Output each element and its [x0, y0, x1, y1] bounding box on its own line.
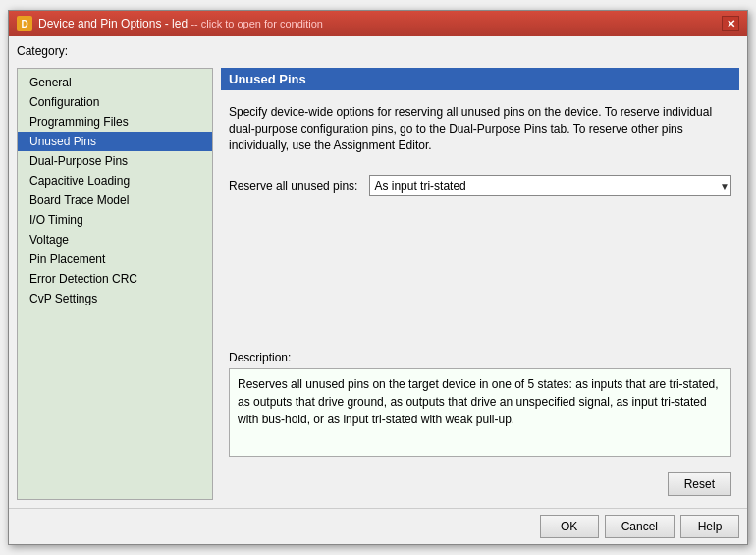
reserve-label: Reserve all unused pins:	[229, 179, 357, 193]
sidebar-item-capacitive-loading[interactable]: Capacitive Loading	[18, 171, 212, 191]
close-button[interactable]: ✕	[722, 16, 739, 31]
cancel-button[interactable]: Cancel	[605, 515, 675, 538]
sidebar-item-configuration[interactable]: Configuration	[18, 92, 212, 112]
bottom-bar: OK Cancel Help	[9, 508, 747, 544]
content-area: General Configuration Programming Files …	[17, 68, 739, 500]
sidebar-item-voltage[interactable]: Voltage	[18, 230, 212, 250]
title-bar: D Device and Pin Options - led -- click …	[9, 11, 747, 36]
sidebar-item-pin-placement[interactable]: Pin Placement	[18, 250, 212, 269]
desc-label: Description:	[229, 351, 731, 364]
app-icon: D	[17, 16, 32, 31]
desc-section: Description: Reserves all unused pins on…	[221, 347, 739, 461]
help-button[interactable]: Help	[680, 515, 739, 538]
reserve-select[interactable]: As input tri-stated As output driving gr…	[369, 175, 731, 196]
sidebar-item-io-timing[interactable]: I/O Timing	[18, 210, 212, 230]
reset-row: Reset	[221, 469, 739, 500]
sidebar-item-board-trace-model[interactable]: Board Trace Model	[18, 191, 212, 210]
title-text: Device and Pin Options - led -- click to…	[38, 17, 323, 30]
sidebar-item-unused-pins[interactable]: Unused Pins	[18, 132, 212, 151]
reserve-select-wrapper: As input tri-stated As output driving gr…	[369, 175, 731, 196]
dialog-window: D Device and Pin Options - led -- click …	[8, 10, 748, 545]
ok-button[interactable]: OK	[540, 515, 599, 538]
spacer	[221, 212, 739, 339]
sidebar-item-cvp-settings[interactable]: CvP Settings	[18, 289, 212, 308]
sidebar-item-error-detection-crc[interactable]: Error Detection CRC	[18, 269, 212, 289]
desc-box: Reserves all unused pins on the target d…	[229, 368, 731, 457]
title-subtitle: -- click to open for condition	[190, 18, 323, 29]
category-label: Category:	[17, 44, 739, 58]
sidebar-item-dual-purpose-pins[interactable]: Dual-Purpose Pins	[18, 151, 212, 171]
main-panel: Unused Pins Specify device-wide options …	[221, 68, 739, 500]
reset-button[interactable]: Reset	[668, 472, 731, 496]
main-description: Specify device-wide options for reservin…	[221, 98, 739, 159]
title-bar-left: D Device and Pin Options - led -- click …	[17, 16, 323, 31]
sidebar-item-general[interactable]: General	[18, 73, 212, 92]
sidebar: General Configuration Programming Files …	[17, 68, 213, 500]
reserve-row: Reserve all unused pins: As input tri-st…	[221, 167, 739, 204]
dialog-body: Category: General Configuration Programm…	[9, 36, 747, 508]
sidebar-item-programming-files[interactable]: Programming Files	[18, 112, 212, 132]
section-header: Unused Pins	[221, 68, 739, 90]
